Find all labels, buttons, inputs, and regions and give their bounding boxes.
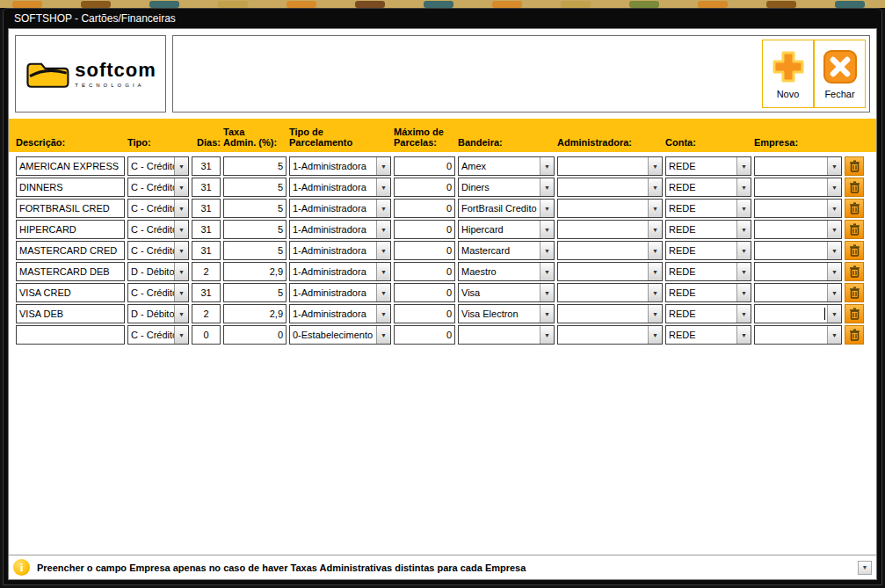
chevron-down-icon[interactable]: ▼ (540, 178, 554, 196)
descricao-input[interactable] (16, 283, 125, 302)
maximo-parcelas-input[interactable] (394, 325, 455, 345)
dias-input[interactable] (192, 156, 221, 176)
administradora-select[interactable]: ▼ (557, 199, 663, 218)
tipo-select[interactable]: C - Crédito▼ (127, 283, 189, 302)
bandeira-select[interactable]: Maestro▼ (458, 262, 555, 281)
chevron-down-icon[interactable]: ▼ (827, 284, 841, 301)
tipo-select[interactable]: C - Crédito▼ (127, 156, 189, 176)
conta-select[interactable]: REDE▼ (665, 220, 751, 239)
administradora-select[interactable]: ▼ (557, 156, 663, 176)
conta-select[interactable]: REDE▼ (665, 199, 751, 218)
tipo-select[interactable]: C - Crédito▼ (127, 199, 189, 218)
taxa-admin-input[interactable] (223, 325, 287, 345)
bandeira-select[interactable]: Mastercard▼ (458, 241, 555, 260)
chevron-down-icon[interactable]: ▼ (376, 178, 390, 196)
administradora-select[interactable]: ▼ (557, 325, 663, 345)
chevron-down-icon[interactable]: ▼ (648, 263, 662, 280)
descricao-input[interactable] (16, 220, 125, 239)
tipo-select[interactable]: D - Débito▼ (127, 262, 189, 281)
dias-input[interactable] (192, 220, 221, 239)
administradora-select[interactable]: ▼ (557, 262, 663, 281)
dias-input[interactable] (192, 178, 221, 197)
conta-select[interactable]: REDE▼ (665, 156, 751, 176)
conta-select[interactable]: REDE▼ (665, 283, 751, 302)
empresa-select[interactable]: ▼ (754, 220, 842, 239)
tipo-select[interactable]: C - Crédito▼ (127, 178, 189, 197)
chevron-down-icon[interactable]: ▼ (174, 157, 188, 175)
fechar-button[interactable]: Fechar (814, 40, 866, 108)
delete-row-button[interactable] (845, 283, 864, 302)
tipo-select[interactable]: D - Débito▼ (127, 304, 189, 323)
delete-row-button[interactable] (845, 262, 864, 281)
chevron-down-icon[interactable]: ▼ (376, 284, 390, 301)
chevron-down-icon[interactable]: ▼ (648, 221, 662, 238)
chevron-down-icon[interactable]: ▼ (736, 242, 751, 259)
chevron-down-icon[interactable]: ▼ (648, 178, 662, 196)
conta-select[interactable]: REDE▼ (665, 178, 751, 197)
parcelamento-select[interactable]: 1-Administradora▼ (289, 220, 391, 239)
chevron-down-icon[interactable]: ▼ (540, 157, 554, 175)
administradora-select[interactable]: ▼ (557, 241, 663, 260)
maximo-parcelas-input[interactable] (394, 304, 455, 323)
administradora-select[interactable]: ▼ (557, 220, 663, 239)
chevron-down-icon[interactable]: ▼ (648, 305, 662, 323)
empresa-select[interactable]: ▼ (754, 262, 842, 281)
chevron-down-icon[interactable]: ▼ (736, 178, 751, 196)
conta-select[interactable]: REDE▼ (665, 262, 751, 281)
parcelamento-select[interactable]: 1-Administradora▼ (289, 156, 391, 176)
chevron-down-icon[interactable]: ▼ (736, 200, 751, 217)
dias-input[interactable] (192, 262, 221, 281)
maximo-parcelas-input[interactable] (394, 262, 455, 281)
empresa-select[interactable]: ▼ (754, 283, 842, 302)
parcelamento-select[interactable]: 1-Administradora▼ (289, 178, 391, 197)
chevron-down-icon[interactable]: ▼ (648, 200, 662, 217)
parcelamento-select[interactable]: 1-Administradora▼ (289, 283, 391, 302)
empresa-select[interactable]: ▼ (754, 156, 842, 176)
chevron-down-icon[interactable]: ▼ (376, 263, 390, 280)
taxa-admin-input[interactable] (223, 199, 287, 218)
novo-button[interactable]: Novo (762, 40, 814, 108)
taxa-admin-input[interactable] (223, 262, 287, 281)
administradora-select[interactable]: ▼ (557, 178, 663, 197)
conta-select[interactable]: REDE▼ (665, 241, 751, 260)
bandeira-select[interactable]: ▼ (458, 325, 555, 345)
bandeira-select[interactable]: Visa▼ (458, 283, 555, 302)
chevron-down-icon[interactable]: ▼ (736, 326, 751, 344)
tipo-select[interactable]: C - Crédito▼ (127, 220, 189, 239)
chevron-down-icon[interactable]: ▼ (540, 263, 554, 280)
chevron-down-icon[interactable]: ▼ (540, 242, 554, 259)
maximo-parcelas-input[interactable] (394, 178, 455, 197)
maximo-parcelas-input[interactable] (394, 156, 455, 176)
taxa-admin-input[interactable] (223, 178, 287, 197)
administradora-select[interactable]: ▼ (557, 304, 663, 323)
delete-row-button[interactable] (845, 156, 864, 176)
chevron-down-icon[interactable]: ▼ (827, 326, 841, 344)
chevron-down-icon[interactable]: ▼ (648, 326, 662, 344)
chevron-down-icon[interactable]: ▼ (174, 305, 188, 323)
conta-select[interactable]: REDE▼ (665, 304, 751, 323)
plus-icon[interactable] (770, 48, 807, 85)
administradora-select[interactable]: ▼ (557, 283, 663, 302)
descricao-input[interactable] (16, 262, 125, 281)
scrollbar-down-arrow[interactable]: ▼ (858, 561, 872, 575)
maximo-parcelas-input[interactable] (394, 220, 455, 239)
delete-row-button[interactable] (845, 241, 864, 260)
empresa-select[interactable]: ▼ (754, 199, 842, 218)
maximo-parcelas-input[interactable] (394, 241, 455, 260)
descricao-input[interactable] (16, 325, 125, 345)
empresa-select[interactable]: ▼ (754, 241, 842, 260)
chevron-down-icon[interactable]: ▼ (174, 200, 188, 217)
chevron-down-icon[interactable]: ▼ (174, 284, 188, 301)
chevron-down-icon[interactable]: ▼ (174, 178, 188, 196)
chevron-down-icon[interactable]: ▼ (827, 263, 841, 280)
descricao-input[interactable] (16, 304, 125, 323)
dias-input[interactable] (192, 199, 221, 218)
chevron-down-icon[interactable]: ▼ (540, 305, 554, 323)
chevron-down-icon[interactable]: ▼ (540, 200, 554, 217)
chevron-down-icon[interactable]: ▼ (376, 305, 390, 323)
chevron-down-icon[interactable]: ▼ (736, 284, 751, 301)
chevron-down-icon[interactable]: ▼ (827, 305, 841, 323)
taxa-admin-input[interactable] (223, 283, 287, 302)
parcelamento-select[interactable]: 1-Administradora▼ (289, 304, 391, 323)
taxa-admin-input[interactable] (223, 220, 287, 239)
